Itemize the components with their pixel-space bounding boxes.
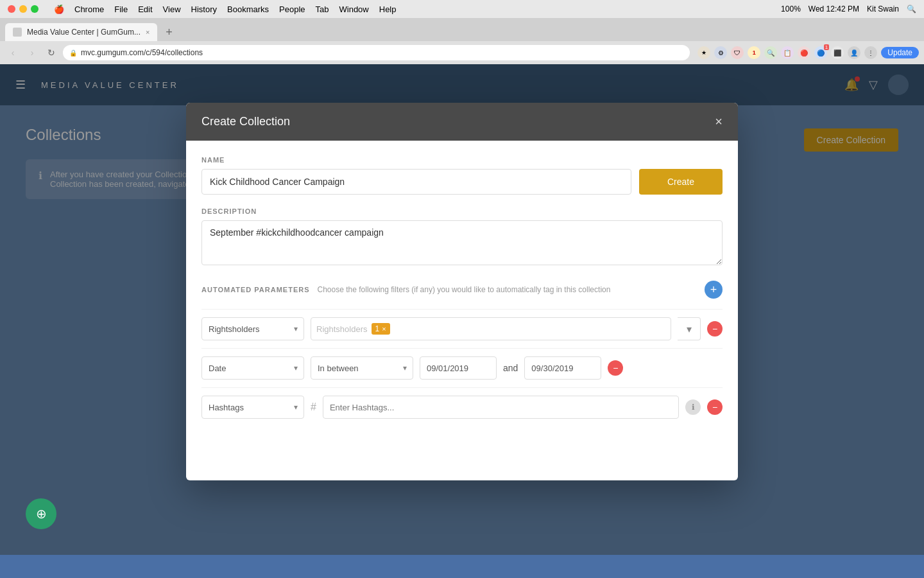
mac-menu-window[interactable]: Window <box>339 4 369 14</box>
ext-icon-9[interactable]: ⬛ <box>831 46 844 59</box>
browser-tab-bar: Media Value Center | GumGum... × + <box>0 18 924 41</box>
description-textarea[interactable]: September #kickchildhoodcancer campaign <box>201 220 723 265</box>
filter-row-date: Rightsholders Date Hashtags In between B… <box>201 348 723 387</box>
filter-row-rightsholders: Rightsholders Date Hashtags Rightsholder… <box>201 309 723 348</box>
filter-condition-wrapper: In between Before After <box>311 356 413 380</box>
filter-type-date-select[interactable]: Rightsholders Date Hashtags <box>201 356 304 380</box>
mac-time: Wed 12:42 PM <box>809 4 859 13</box>
ext-icon-7[interactable]: 🔴 <box>798 46 810 59</box>
and-text: and <box>503 363 518 373</box>
ext-icon-1[interactable]: ★ <box>697 46 710 59</box>
ext-icon-4[interactable]: 1 <box>748 46 760 59</box>
ext-icon-6[interactable]: 📋 <box>781 46 794 59</box>
modal-close-button[interactable]: × <box>715 114 723 129</box>
description-form-row: DESCRIPTION September #kickchildhoodcanc… <box>201 207 723 268</box>
remove-date-button[interactable]: − <box>608 360 623 376</box>
mac-search-icon[interactable]: 🔍 <box>907 4 916 13</box>
date-start-input[interactable] <box>420 356 497 380</box>
create-button[interactable]: Create <box>639 169 723 195</box>
mac-user: Kit Swain <box>867 4 899 13</box>
forward-button[interactable]: › <box>24 45 40 60</box>
tab-title: Media Value Center | GumGum... <box>27 28 141 37</box>
mac-menu-bookmarks[interactable]: Bookmarks <box>227 4 269 14</box>
ext-icon-2[interactable]: ⚙ <box>714 46 727 59</box>
ext-icon-8[interactable]: 1 🔵 <box>814 46 827 59</box>
filter-type-date-wrapper: Rightsholders Date Hashtags <box>201 356 304 380</box>
mac-menu-view[interactable]: View <box>163 4 181 14</box>
address-bar[interactable]: 🔒 mvc.gumgum.com/c/594/collections <box>63 45 690 60</box>
floating-icon: ⊕ <box>36 506 47 521</box>
ext-icon-10[interactable]: 👤 <box>848 46 860 59</box>
reload-button[interactable]: ↻ <box>44 45 59 60</box>
params-header: AUTOMATED PARAMETERS Choose the followin… <box>201 281 723 299</box>
ext-icon-11[interactable]: ⋮ <box>864 46 877 59</box>
mac-minimize-dot[interactable] <box>19 5 27 13</box>
mac-menu-help[interactable]: Help <box>379 4 397 14</box>
remove-rightsholders-button[interactable]: − <box>707 321 723 337</box>
lock-icon: 🔒 <box>69 49 77 57</box>
mac-close-dot[interactable] <box>8 5 15 13</box>
rightsholders-dropdown-btn[interactable]: ▾ <box>678 317 701 340</box>
ext-icon-5[interactable]: 🔍 <box>764 46 777 59</box>
browser-toolbar: ‹ › ↻ 🔒 mvc.gumgum.com/c/594/collections… <box>0 41 924 64</box>
mac-battery: 100% <box>781 4 801 13</box>
tag-badge-1: 1 × <box>372 323 390 335</box>
rightsholders-placeholder: Rightsholders <box>316 324 368 334</box>
date-end-input[interactable] <box>524 356 601 380</box>
browser-tab-active[interactable]: Media Value Center | GumGum... × <box>5 23 157 41</box>
hashtag-prefix-icon: # <box>311 401 316 413</box>
browser-chrome: Media Value Center | GumGum... × + ‹ › ↻… <box>0 18 924 64</box>
filter-type-hashtags-wrapper: Rightsholders Date Hashtags <box>201 396 304 419</box>
modal-footer-space <box>201 426 723 465</box>
mac-menu-chrome[interactable]: Chrome <box>74 4 104 14</box>
hashtag-info-icon[interactable]: ℹ <box>685 399 701 415</box>
url-text: mvc.gumgum.com/c/594/collections <box>81 48 203 57</box>
mac-menu-tab[interactable]: Tab <box>316 4 329 14</box>
hashtag-input[interactable] <box>323 396 679 419</box>
back-button[interactable]: ‹ <box>5 45 21 60</box>
params-desc: Choose the following filters (if any) yo… <box>318 285 611 294</box>
name-form-row: NAME Create <box>201 156 723 195</box>
params-label: AUTOMATED PARAMETERS <box>201 286 310 293</box>
tab-close-icon[interactable]: × <box>146 28 150 36</box>
tag-remove-icon[interactable]: × <box>382 325 386 333</box>
tag-value: 1 <box>375 324 380 333</box>
filter-type-rightsholders-wrapper: Rightsholders Date Hashtags <box>201 317 304 340</box>
filter-condition-select[interactable]: In between Before After <box>311 356 413 380</box>
name-label: NAME <box>201 156 723 164</box>
app-container: ☰ MEDIA VALUE CENTER 🔔 ▽ Collections ℹ A… <box>0 64 924 555</box>
collection-name-input[interactable] <box>201 169 631 195</box>
automated-params-section: AUTOMATED PARAMETERS Choose the followin… <box>201 281 723 426</box>
mac-menu-history[interactable]: History <box>191 4 217 14</box>
remove-hashtags-button[interactable]: − <box>707 399 723 415</box>
mac-menubar: 🍎 Chrome File Edit View History Bookmark… <box>0 0 924 18</box>
floating-action-button[interactable]: ⊕ <box>26 498 56 529</box>
modal-overlay: Create Collection × NAME Create DESCRIPT… <box>0 64 924 555</box>
rightsholders-dropdown-wrapper: ▾ <box>678 317 701 340</box>
filter-row-hashtags: Rightsholders Date Hashtags # ℹ − <box>201 387 723 426</box>
mac-maximize-dot[interactable] <box>31 5 38 13</box>
filter-type-rightsholders-select[interactable]: Rightsholders Date Hashtags <box>201 317 304 340</box>
add-param-button[interactable]: + <box>705 281 723 299</box>
create-collection-modal: Create Collection × NAME Create DESCRIPT… <box>186 103 738 480</box>
description-label: DESCRIPTION <box>201 207 723 215</box>
modal-header: Create Collection × <box>186 103 738 141</box>
tab-favicon <box>13 28 22 37</box>
mac-menu-edit[interactable]: Edit <box>138 4 152 14</box>
rightsholders-tag-input[interactable]: Rightsholders 1 × <box>311 317 671 340</box>
mac-menu-people[interactable]: People <box>279 4 305 14</box>
update-button[interactable]: Update <box>881 47 919 58</box>
modal-body: NAME Create DESCRIPTION September #kickc… <box>186 141 738 480</box>
modal-title: Create Collection <box>201 115 290 128</box>
name-input-row: Create <box>201 169 723 195</box>
mac-menu-apple[interactable]: 🍎 <box>54 4 64 14</box>
filter-type-hashtags-select[interactable]: Rightsholders Date Hashtags <box>201 396 304 419</box>
browser-extensions: ★ ⚙ 🛡 1 🔍 📋 🔴 1 🔵 ⬛ 👤 ⋮ <box>697 46 877 59</box>
ext-icon-3[interactable]: 🛡 <box>731 46 744 59</box>
new-tab-button[interactable]: + <box>160 23 178 41</box>
mac-menu-file[interactable]: File <box>114 4 128 14</box>
